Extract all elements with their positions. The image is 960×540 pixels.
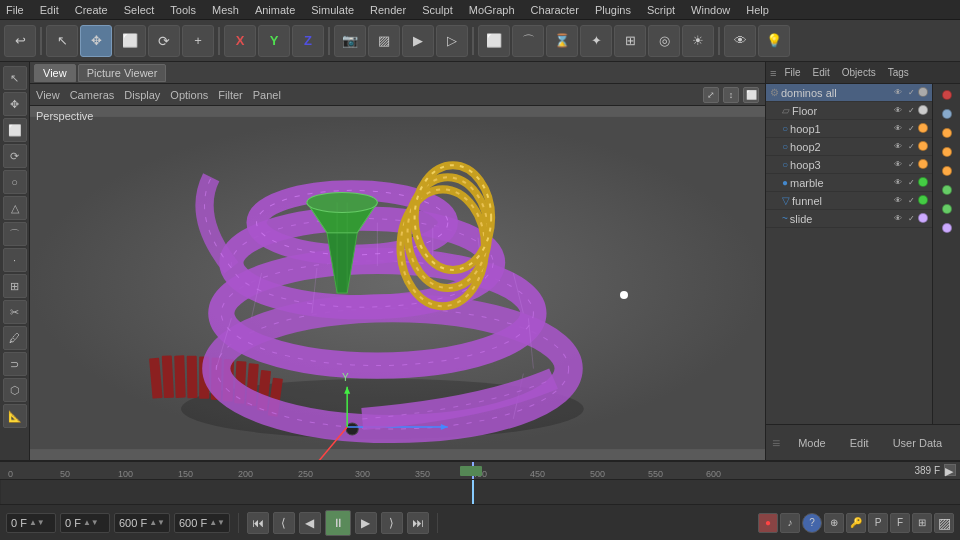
keyframe-field[interactable]: 0 F ▲▼ xyxy=(60,513,110,533)
obj-row-marble[interactable]: ● marble 👁 ✓ xyxy=(766,174,932,192)
tag-color-2[interactable] xyxy=(942,128,952,138)
obj-shader-button[interactable]: ◎ xyxy=(648,25,680,57)
current-frame-field[interactable]: 0 F ▲▼ xyxy=(6,513,56,533)
view-icon-zoom[interactable]: ↕ xyxy=(723,87,739,103)
obj-row-slide[interactable]: ~ slide 👁 ✓ xyxy=(766,210,932,228)
menu-mesh[interactable]: Mesh xyxy=(210,4,241,16)
obj-row-dominos-all[interactable]: ⚙ dominos all 👁 ✓ xyxy=(766,84,932,102)
end-frame-spinner[interactable]: ▲▼ xyxy=(209,518,225,527)
viewport-3d[interactable]: Perspective xyxy=(30,106,765,460)
menu-character[interactable]: Character xyxy=(529,4,581,16)
tag-color-6[interactable] xyxy=(942,204,952,214)
view-icon-maximize[interactable]: ⬜ xyxy=(743,87,759,103)
menu-render[interactable]: Render xyxy=(368,4,408,16)
add-tool-button[interactable]: + xyxy=(182,25,214,57)
obj-render-hoop1[interactable]: ✓ xyxy=(905,123,917,135)
view-icon-move[interactable]: ⤢ xyxy=(703,87,719,103)
obj-deform-button[interactable]: ⌛ xyxy=(546,25,578,57)
obj-render-hoop3[interactable]: ✓ xyxy=(905,159,917,171)
undo-button[interactable]: ↩ xyxy=(4,25,36,57)
tag-color-0[interactable] xyxy=(942,90,952,100)
settings-button[interactable]: ▨ xyxy=(934,513,954,533)
rp-objects-btn[interactable]: Objects xyxy=(838,66,880,79)
end-frame-field[interactable]: 600 F ▲▼ xyxy=(174,513,230,533)
obj-row-hoop2[interactable]: ○ hoop2 👁 ✓ xyxy=(766,138,932,156)
obj-nurbs-button[interactable]: ⌒ xyxy=(512,25,544,57)
left-sym-btn[interactable]: ⬡ xyxy=(3,378,27,402)
axis-x-button[interactable]: X xyxy=(224,25,256,57)
obj-color-slide[interactable] xyxy=(918,213,928,223)
left-scale-btn[interactable]: ⬜ xyxy=(3,118,27,142)
menu-select[interactable]: Select xyxy=(122,4,157,16)
obj-color-hoop3[interactable] xyxy=(918,159,928,169)
left-paint-btn[interactable]: 🖊 xyxy=(3,326,27,350)
left-select-btn[interactable]: ↖ xyxy=(3,66,27,90)
record-button[interactable]: ● xyxy=(758,513,778,533)
menu-help[interactable]: Help xyxy=(744,4,771,16)
menu-simulate[interactable]: Simulate xyxy=(309,4,356,16)
obj-render-marble[interactable]: ✓ xyxy=(905,177,917,189)
prev-frame-button[interactable]: ⟨ xyxy=(273,512,295,534)
obj-row-floor[interactable]: ▱ Floor 👁 ✓ xyxy=(766,102,932,120)
tag-color-1[interactable] xyxy=(942,109,952,119)
fps-button[interactable]: F xyxy=(890,513,910,533)
play-mode-button[interactable]: P xyxy=(868,513,888,533)
obj-light-button[interactable]: ☀ xyxy=(682,25,714,57)
menu-animate[interactable]: Animate xyxy=(253,4,297,16)
keyframe-spinner[interactable]: ▲▼ xyxy=(83,518,99,527)
rp-file-btn[interactable]: File xyxy=(780,66,804,79)
timeline-scrubber[interactable] xyxy=(0,480,960,504)
obj-color-marble[interactable] xyxy=(918,177,928,187)
obj-cloner-button[interactable]: ⊞ xyxy=(614,25,646,57)
obj-color-hoop2[interactable] xyxy=(918,141,928,151)
obj-visible-hoop3[interactable]: 👁 xyxy=(892,159,904,171)
obj-cube-button[interactable]: ⬜ xyxy=(478,25,510,57)
menu-create[interactable]: Create xyxy=(73,4,110,16)
vt-filter[interactable]: Filter xyxy=(218,89,242,101)
obj-render-funnel[interactable]: ✓ xyxy=(905,195,917,207)
goto-start-button[interactable]: ⏮ xyxy=(247,512,269,534)
obj-row-hoop3[interactable]: ○ hoop3 👁 ✓ xyxy=(766,156,932,174)
tag-color-7[interactable] xyxy=(942,223,952,233)
axis-z-button[interactable]: Z xyxy=(292,25,324,57)
menu-plugins[interactable]: Plugins xyxy=(593,4,633,16)
goto-end-button[interactable]: ⏭ xyxy=(407,512,429,534)
menu-window[interactable]: Window xyxy=(689,4,732,16)
menu-sculpt[interactable]: Sculpt xyxy=(420,4,455,16)
vt-panel[interactable]: Panel xyxy=(253,89,281,101)
tab-view[interactable]: View xyxy=(34,64,76,82)
render-active-button[interactable]: ▷ xyxy=(436,25,468,57)
left-measure-btn[interactable]: 📐 xyxy=(3,404,27,428)
obj-render-hoop2[interactable]: ✓ xyxy=(905,141,917,153)
play-back-button[interactable]: ◀ xyxy=(299,512,321,534)
obj-visible-funnel[interactable]: 👁 xyxy=(892,195,904,207)
play-forward-button[interactable]: ▶ xyxy=(355,512,377,534)
tag-color-5[interactable] xyxy=(942,185,952,195)
menu-mograph[interactable]: MoGraph xyxy=(467,4,517,16)
left-knife-btn[interactable]: ✂ xyxy=(3,300,27,324)
attr-mode-btn[interactable]: Mode xyxy=(792,435,832,451)
obj-render-floor[interactable]: ✓ xyxy=(905,105,917,117)
left-edge-btn[interactable]: ⌒ xyxy=(3,222,27,246)
obj-visible-dominos-all[interactable]: 👁 xyxy=(892,87,904,99)
left-point-btn[interactable]: · xyxy=(3,248,27,272)
obj-visible-floor[interactable]: 👁 xyxy=(892,105,904,117)
next-frame-button[interactable]: ⟩ xyxy=(381,512,403,534)
eyes-button[interactable]: 👁 xyxy=(724,25,756,57)
obj-color-funnel[interactable] xyxy=(918,195,928,205)
obj-color-dominos-all[interactable] xyxy=(918,87,928,97)
rp-tags-btn[interactable]: Tags xyxy=(884,66,913,79)
menu-script[interactable]: Script xyxy=(645,4,677,16)
left-move-btn[interactable]: ✥ xyxy=(3,92,27,116)
grid-button[interactable]: ⊞ xyxy=(912,513,932,533)
tab-picture-viewer[interactable]: Picture Viewer xyxy=(78,64,167,82)
rp-edit-btn[interactable]: Edit xyxy=(809,66,834,79)
obj-visible-slide[interactable]: 👁 xyxy=(892,213,904,225)
obj-row-hoop1[interactable]: ○ hoop1 👁 ✓ xyxy=(766,120,932,138)
tag-color-3[interactable] xyxy=(942,147,952,157)
vt-display[interactable]: Display xyxy=(124,89,160,101)
camera-button[interactable]: 📷 xyxy=(334,25,366,57)
render-region-button[interactable]: ▨ xyxy=(368,25,400,57)
attr-edit-btn[interactable]: Edit xyxy=(844,435,875,451)
obj-color-hoop1[interactable] xyxy=(918,123,928,133)
